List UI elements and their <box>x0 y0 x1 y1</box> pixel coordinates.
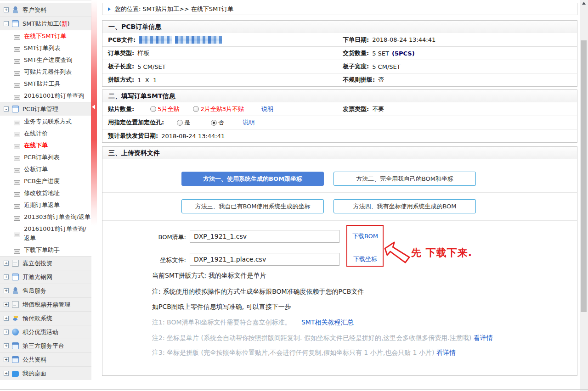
table-row: 贴片数量: 5片全贴 2片全贴3片不贴 说明 发票类型: 不要 <box>102 102 577 116</box>
smt-qty-label: 贴片数量: <box>108 105 134 113</box>
sidebar-pcb-children: 业务专员联系方式 在线计价 在线下单 PCB订单列表 公板订单 PCB生产进度 <box>0 116 91 256</box>
radio-yes[interactable] <box>177 120 183 126</box>
breadcrumb-text: 您的位置: SMT贴片加工>> 在线下SMT订单 <box>115 5 233 13</box>
expand-plus-icon[interactable]: + <box>4 343 9 348</box>
expand-plus-icon[interactable]: + <box>4 371 9 376</box>
sidebar-item-pre-201303-query[interactable]: 201303前订单查询/返单 <box>0 211 91 223</box>
order-type-value: 样板 <box>137 49 149 57</box>
sidebar-group-public-resources[interactable]: + 公共资料 <box>0 352 91 366</box>
collapse-minus-icon[interactable]: - <box>4 106 9 112</box>
sidebar-group-label: 增值税票开票管理 <box>23 301 70 309</box>
sidebar-group-label: 第三方服务平台 <box>23 342 64 350</box>
sidebar-item-change-address[interactable]: 修改收货地址 <box>0 187 91 199</box>
sidebar-group-pcb-orders[interactable]: - PCB订单管理 <box>0 102 91 116</box>
sidebar-group-prepay-system[interactable]: + 预付款系统 <box>0 311 91 325</box>
pcb-file-label: PCB文件: <box>108 36 136 44</box>
divider <box>102 220 577 221</box>
method1-button[interactable]: 方法一、使用系统生成的BOM跟坐标 <box>181 172 324 186</box>
locating-hole-help-link[interactable]: 说明 <box>243 118 254 127</box>
sidebar-item-label: 20161001前订单查询 <box>24 91 84 101</box>
scrollbar-up-arrow-icon[interactable] <box>582 2 586 5</box>
download-bom-link[interactable]: 下载BOM <box>351 232 380 240</box>
sidebar-group-vat-invoice[interactable]: + 增值税票开票管理 <box>0 297 91 311</box>
note2-details-link[interactable]: 看详情 <box>474 334 493 341</box>
scrollbar-thumb[interactable] <box>581 40 587 312</box>
collapse-minus-icon[interactable]: - <box>4 21 9 26</box>
radio-2of5-label[interactable]: 2片全贴3片不贴 <box>200 105 244 113</box>
sidebar-item-public-board-order[interactable]: 公板订单 <box>0 163 91 175</box>
module-icon <box>12 20 19 27</box>
sidebar-item-label: 可贴片元器件列表 <box>24 67 72 77</box>
sidebar-item-online-order[interactable]: 在线下单 <box>0 140 91 151</box>
sidebar-group-label: 预付款系统 <box>23 314 52 323</box>
list-icon <box>14 180 20 185</box>
sidebar-group-after-sales[interactable]: + 售后服务 <box>0 284 91 297</box>
radio-all5-label[interactable]: 5片全贴 <box>158 105 179 113</box>
sidebar-nav: + 客户资料 - SMT贴片加工(新) 在线下SMT订单 SMT订单列表 SMT… <box>0 0 91 391</box>
bom-file-input[interactable] <box>190 230 339 243</box>
current-panelize-note: 当前SMT拼版方式: 我的坐标文件是单片 <box>152 272 266 280</box>
sidebar-group-my-desktop[interactable]: + 我的桌面 <box>0 366 91 380</box>
sidebar-item-pcb-order-list[interactable]: PCB订单列表 <box>0 151 91 163</box>
sidebar-item-smt-order-list[interactable]: SMT订单列表 <box>0 42 91 54</box>
sidebar-group-laser-stencil[interactable]: + 开激光钢网 <box>0 270 91 284</box>
sidebar-collapse-handle[interactable] <box>91 0 97 226</box>
sidebar-group-label: 公共资料 <box>23 356 46 364</box>
download-coord-link[interactable]: 下载坐标 <box>351 255 380 263</box>
method2-button[interactable]: 方法二、完全用我自己的BOM和坐标 <box>334 172 476 186</box>
expand-plus-icon[interactable]: + <box>4 302 9 307</box>
sidebar-item-smt-progress[interactable]: SMT生产进度查询 <box>0 54 91 66</box>
coord-file-input[interactable] <box>190 253 339 266</box>
expand-plus-icon[interactable]: + <box>4 330 9 335</box>
sidebar-item-pcb-progress[interactable]: PCB生产进度 <box>0 175 91 187</box>
document-icon <box>12 301 19 308</box>
sidebar-item-recent-reorder[interactable]: 近期订单返单 <box>0 199 91 211</box>
document-icon <box>12 260 19 267</box>
radio-all5[interactable] <box>150 106 156 112</box>
table-row: 板子长度: 5 CM/SET 板子宽度: 5 CM/SET <box>102 60 577 73</box>
sidebar-item-online-smt-order[interactable]: 在线下SMT订单 <box>0 30 91 42</box>
vertical-scrollbar[interactable] <box>580 0 588 391</box>
smt-tutorials-link[interactable]: SMT相关教程汇总 <box>301 318 354 326</box>
sidebar-item-component-list[interactable]: 可贴片元器件列表 <box>0 66 91 78</box>
sidebar-group-third-party-platform[interactable]: + 第三方服务平台 <box>0 339 91 352</box>
note1: 注1: BOM清单和坐标文件需要符合嘉立创标准。 SMT相关教程汇总 <box>152 318 354 327</box>
radio-no-label[interactable]: 否 <box>218 118 224 127</box>
sidebar-group-label: PCB订单管理 <box>23 105 58 113</box>
radio-2of5[interactable] <box>193 106 199 112</box>
sidebar-item-label: 在线下SMT订单 <box>24 32 66 41</box>
sidebar-item-smt-tools[interactable]: SMT贴片工具 <box>0 78 91 90</box>
sidebar-group-smt-processing[interactable]: - SMT贴片加工(新) <box>0 17 91 30</box>
expand-plus-icon[interactable]: + <box>4 288 9 293</box>
coins-icon <box>12 315 19 322</box>
sidebar-item-pre-20161001-query[interactable]: 20161001前订单查询 <box>0 90 91 102</box>
smt-qty-help-link[interactable]: 说明 <box>261 105 273 113</box>
expand-plus-icon[interactable]: + <box>4 7 9 12</box>
radio-no[interactable] <box>211 120 217 126</box>
note3-details-link[interactable]: 看详情 <box>436 349 456 356</box>
method4-button[interactable]: 方法四、我有坐标使用系统生成的BOM <box>334 199 476 213</box>
sidebar-item-pre-20161001-reorder[interactable]: 20161001前订单查询/返单 <box>0 223 91 244</box>
expand-plus-icon[interactable]: + <box>4 357 9 362</box>
sidebar-group-points-promo[interactable]: + 积分优惠活动 <box>0 325 91 339</box>
list-icon <box>14 204 20 209</box>
sidebar-group-customer-info[interactable]: + 客户资料 <box>0 3 91 17</box>
note2-text: 注2: 坐标是单片 (系统会自动帮你按照拼版间距复制. 假如坐标文件已经是拼好的… <box>152 334 471 341</box>
expand-plus-icon[interactable]: + <box>4 274 9 279</box>
invoice-label: 发票类型: <box>343 105 369 113</box>
expand-plus-icon[interactable]: + <box>4 316 9 321</box>
sidebar-item-download-order-helper[interactable]: 下载下单助手 <box>0 244 91 256</box>
expand-plus-icon[interactable]: + <box>4 261 9 266</box>
window-icon <box>12 342 19 349</box>
method3-button[interactable]: 方法三、我自已有BOM使用系统生成的坐标 <box>181 199 324 213</box>
sidebar-item-online-quote[interactable]: 在线计价 <box>0 128 91 140</box>
sidebar-smt-children: 在线下SMT订单 SMT订单列表 SMT生产进度查询 可贴片元器件列表 SMT贴… <box>0 30 91 102</box>
list-icon <box>14 192 20 197</box>
sidebar-item-contact-specialist[interactable]: 业务专员联系方式 <box>0 116 91 128</box>
note1-text: 注1: BOM清单和坐标文件需要符合嘉立创标准。 <box>152 318 291 326</box>
sidebar-item-label: 修改收货地址 <box>24 189 60 198</box>
radio-yes-label[interactable]: 是 <box>184 118 190 127</box>
sidebar-group-jlc-investment[interactable]: + 嘉立创投资 <box>0 256 91 270</box>
module-icon <box>12 274 19 280</box>
invoice-value: 不要 <box>372 105 384 113</box>
